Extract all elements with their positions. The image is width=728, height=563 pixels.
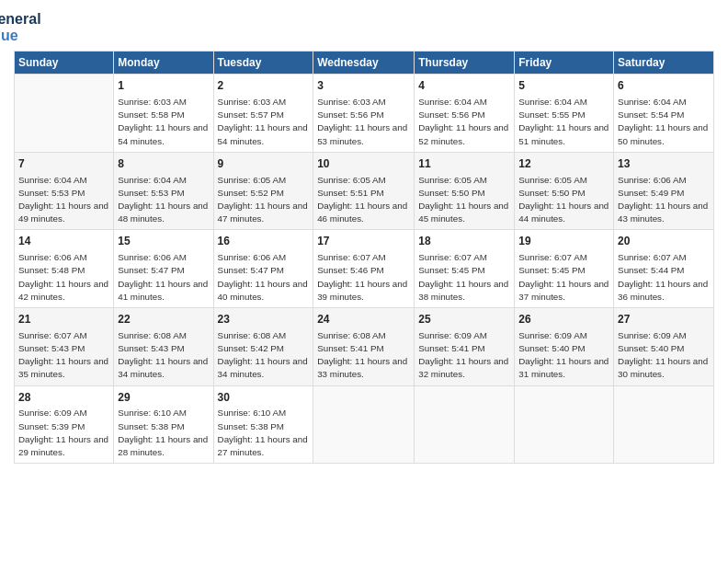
day-info: Sunrise: 6:09 AMSunset: 5:40 PMDaylight:… [518,329,609,382]
day-number: 28 [18,390,109,406]
day-info: Sunrise: 6:06 AMSunset: 5:47 PMDaylight:… [118,251,209,304]
col-thursday: Thursday [415,52,515,75]
header-row: SundayMondayTuesdayWednesdayThursdayFrid… [15,52,714,75]
day-number: 12 [518,156,609,172]
day-number: 30 [218,390,310,406]
day-number: 13 [618,156,710,172]
cell-w1-d6: 13Sunrise: 6:06 AMSunset: 5:49 PMDayligh… [614,152,714,230]
cell-w0-d4: 4Sunrise: 6:04 AMSunset: 5:56 PMDaylight… [415,75,515,153]
calendar-table: SundayMondayTuesdayWednesdayThursdayFrid… [14,51,714,464]
day-number: 3 [317,78,410,94]
cell-w3-d2: 23Sunrise: 6:08 AMSunset: 5:42 PMDayligh… [213,308,313,386]
day-number: 7 [18,156,109,172]
cell-w1-d3: 10Sunrise: 6:05 AMSunset: 5:51 PMDayligh… [313,152,415,230]
cell-w4-d6 [614,385,714,464]
col-saturday: Saturday [614,52,714,75]
day-info: Sunrise: 6:06 AMSunset: 5:49 PMDaylight:… [618,174,710,226]
cell-w4-d4 [415,385,515,464]
day-info: Sunrise: 6:10 AMSunset: 5:38 PMDaylight:… [218,407,310,459]
day-number: 26 [518,312,609,327]
day-number: 1 [118,78,209,94]
day-number: 17 [317,234,410,249]
cell-w3-d5: 26Sunrise: 6:09 AMSunset: 5:40 PMDayligh… [515,308,614,386]
day-number: 24 [317,312,410,327]
day-number: 27 [618,312,710,327]
day-info: Sunrise: 6:04 AMSunset: 5:53 PMDaylight:… [18,174,109,226]
day-info: Sunrise: 6:03 AMSunset: 5:58 PMDaylight:… [118,96,209,148]
cell-w0-d5: 5Sunrise: 6:04 AMSunset: 5:55 PMDaylight… [515,75,614,153]
day-info: Sunrise: 6:05 AMSunset: 5:50 PMDaylight:… [518,174,609,226]
cell-w0-d6: 6Sunrise: 6:04 AMSunset: 5:54 PMDaylight… [614,75,714,153]
day-info: Sunrise: 6:03 AMSunset: 5:57 PMDaylight:… [218,96,310,148]
day-info: Sunrise: 6:07 AMSunset: 5:45 PMDaylight:… [418,251,510,304]
day-info: Sunrise: 6:09 AMSunset: 5:40 PMDaylight:… [618,329,710,382]
col-monday: Monday [114,52,213,75]
col-sunday: Sunday [15,52,114,75]
cell-w3-d3: 24Sunrise: 6:08 AMSunset: 5:41 PMDayligh… [313,308,415,386]
cell-w2-d3: 17Sunrise: 6:07 AMSunset: 5:46 PMDayligh… [313,230,415,308]
day-info: Sunrise: 6:04 AMSunset: 5:56 PMDaylight:… [418,96,510,148]
cell-w3-d1: 22Sunrise: 6:08 AMSunset: 5:43 PMDayligh… [114,308,213,386]
day-info: Sunrise: 6:09 AMSunset: 5:39 PMDaylight:… [18,407,109,459]
cell-w2-d4: 18Sunrise: 6:07 AMSunset: 5:45 PMDayligh… [415,230,515,308]
day-info: Sunrise: 6:07 AMSunset: 5:46 PMDaylight:… [317,251,410,304]
cell-w1-d0: 7Sunrise: 6:04 AMSunset: 5:53 PMDaylight… [15,152,114,230]
day-number: 14 [18,234,109,249]
day-number: 29 [118,390,209,406]
logo-text-general: General [0,11,41,28]
page: General Blue General Blue SundayMondayTu… [0,0,728,563]
day-number: 9 [218,156,310,172]
day-info: Sunrise: 6:09 AMSunset: 5:41 PMDaylight:… [418,329,510,382]
cell-w0-d1: 1Sunrise: 6:03 AMSunset: 5:58 PMDaylight… [114,75,213,153]
day-number: 22 [118,312,209,327]
col-friday: Friday [515,52,614,75]
cell-w2-d0: 14Sunrise: 6:06 AMSunset: 5:48 PMDayligh… [15,230,114,308]
day-info: Sunrise: 6:03 AMSunset: 5:56 PMDaylight:… [317,96,410,148]
cell-w3-d4: 25Sunrise: 6:09 AMSunset: 5:41 PMDayligh… [415,308,515,386]
day-number: 8 [118,156,209,172]
cell-w4-d1: 29Sunrise: 6:10 AMSunset: 5:38 PMDayligh… [114,385,213,464]
day-info: Sunrise: 6:06 AMSunset: 5:47 PMDaylight:… [218,251,310,304]
week-row-1: 7Sunrise: 6:04 AMSunset: 5:53 PMDaylight… [15,152,714,230]
header: General Blue General Blue [14,9,714,43]
logo: General Blue General Blue [14,9,41,43]
cell-w1-d4: 11Sunrise: 6:05 AMSunset: 5:50 PMDayligh… [415,152,515,230]
day-info: Sunrise: 6:07 AMSunset: 5:43 PMDaylight:… [18,329,109,382]
day-number: 25 [418,312,510,327]
cell-w2-d6: 20Sunrise: 6:07 AMSunset: 5:44 PMDayligh… [614,230,714,308]
day-number: 5 [518,78,609,94]
cell-w4-d0: 28Sunrise: 6:09 AMSunset: 5:39 PMDayligh… [15,385,114,464]
cell-w2-d1: 15Sunrise: 6:06 AMSunset: 5:47 PMDayligh… [114,230,213,308]
cell-w4-d2: 30Sunrise: 6:10 AMSunset: 5:38 PMDayligh… [213,385,313,464]
day-info: Sunrise: 6:05 AMSunset: 5:52 PMDaylight:… [218,174,310,226]
day-info: Sunrise: 6:04 AMSunset: 5:55 PMDaylight:… [518,96,609,148]
cell-w3-d0: 21Sunrise: 6:07 AMSunset: 5:43 PMDayligh… [15,308,114,386]
day-number: 6 [618,78,710,94]
cell-w4-d5 [515,385,614,464]
day-info: Sunrise: 6:08 AMSunset: 5:41 PMDaylight:… [317,329,410,382]
week-row-3: 21Sunrise: 6:07 AMSunset: 5:43 PMDayligh… [15,308,714,386]
day-info: Sunrise: 6:07 AMSunset: 5:45 PMDaylight:… [518,251,609,304]
day-info: Sunrise: 6:04 AMSunset: 5:54 PMDaylight:… [618,96,710,148]
day-info: Sunrise: 6:04 AMSunset: 5:53 PMDaylight:… [118,174,209,226]
cell-w0-d3: 3Sunrise: 6:03 AMSunset: 5:56 PMDaylight… [313,75,415,153]
cell-w4-d3 [313,385,415,464]
day-info: Sunrise: 6:05 AMSunset: 5:51 PMDaylight:… [317,174,410,226]
day-number: 15 [118,234,209,249]
day-number: 20 [618,234,710,249]
day-info: Sunrise: 6:08 AMSunset: 5:42 PMDaylight:… [218,329,310,382]
day-info: Sunrise: 6:10 AMSunset: 5:38 PMDaylight:… [118,407,209,459]
cell-w3-d6: 27Sunrise: 6:09 AMSunset: 5:40 PMDayligh… [614,308,714,386]
day-number: 2 [218,78,310,94]
day-number: 18 [418,234,510,249]
day-info: Sunrise: 6:07 AMSunset: 5:44 PMDaylight:… [618,251,710,304]
cell-w0-d2: 2Sunrise: 6:03 AMSunset: 5:57 PMDaylight… [213,75,313,153]
cell-w2-d2: 16Sunrise: 6:06 AMSunset: 5:47 PMDayligh… [213,230,313,308]
cell-w1-d1: 8Sunrise: 6:04 AMSunset: 5:53 PMDaylight… [114,152,213,230]
day-info: Sunrise: 6:06 AMSunset: 5:48 PMDaylight:… [18,251,109,304]
day-number: 21 [18,312,109,327]
cell-w1-d2: 9Sunrise: 6:05 AMSunset: 5:52 PMDaylight… [213,152,313,230]
col-wednesday: Wednesday [313,52,415,75]
day-number: 10 [317,156,410,172]
day-number: 16 [218,234,310,249]
